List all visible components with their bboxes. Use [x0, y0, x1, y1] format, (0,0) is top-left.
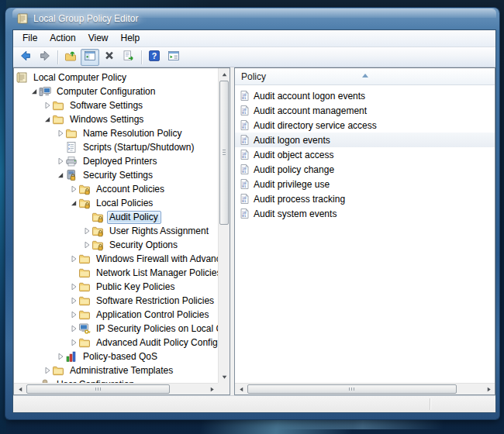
scroll-right-arrow-icon[interactable]	[483, 384, 494, 394]
list-horizontal-scrollbar[interactable]	[235, 383, 495, 394]
export-list-button[interactable]	[119, 49, 138, 66]
scroll-right-arrow-icon[interactable]	[206, 384, 217, 394]
tree-item-label[interactable]: Computer Configuration	[54, 85, 158, 98]
expand-expanded-icon[interactable]	[29, 87, 39, 97]
tree-item[interactable]: Windows Settings	[14, 112, 218, 126]
tree-item[interactable]: Deployed Printers	[14, 154, 218, 168]
back-button[interactable]	[16, 49, 35, 66]
tree-item-label[interactable]: User Rights Assignment	[107, 225, 212, 238]
expand-collapsed-icon[interactable]	[68, 338, 78, 348]
expand-expanded-icon[interactable]	[42, 115, 52, 125]
policy-column-header[interactable]: Policy	[235, 68, 495, 85]
policy-list-item[interactable]: 1001Audit directory service access	[235, 118, 495, 133]
expand-expanded-icon[interactable]	[55, 170, 65, 181]
scrollbar-thumb[interactable]	[26, 384, 170, 394]
policy-list-item[interactable]: 1001Audit privilege use	[235, 177, 495, 191]
scroll-left-arrow-icon[interactable]	[15, 384, 26, 394]
scroll-down-arrow-icon[interactable]	[219, 371, 230, 382]
up-one-level-button[interactable]	[61, 49, 80, 66]
tree-item[interactable]: Policy-based QoS	[14, 350, 218, 363]
tree-item-label[interactable]: Public Key Policies	[94, 281, 178, 294]
policy-list-item[interactable]: 1001Audit system events	[235, 206, 495, 221]
tree-item-label[interactable]: Software Settings	[67, 99, 146, 112]
tree-item[interactable]: Public Key Policies	[14, 280, 218, 294]
policy-list-item[interactable]: 1001Audit policy change	[235, 162, 495, 177]
policy-list-item[interactable]: 1001Audit process tracking	[235, 191, 495, 206]
tree-item[interactable]: Local Policies	[14, 196, 218, 210]
policy-list-item[interactable]: 1001Audit account logon events	[235, 88, 495, 103]
expand-collapsed-icon[interactable]	[68, 184, 78, 195]
expand-expanded-icon[interactable]	[68, 198, 78, 208]
show-hide-action-pane-button[interactable]	[164, 49, 183, 66]
expand-collapsed-icon[interactable]	[68, 296, 78, 306]
expand-collapsed-icon[interactable]	[68, 282, 78, 292]
menu-file[interactable]: File	[16, 31, 43, 46]
tree-item-label[interactable]: IP Security Policies on Local Co	[94, 322, 218, 336]
policy-list-item[interactable]: 1001Audit logon events	[235, 133, 495, 147]
tree-item[interactable]: Advanced Audit Policy Configu	[14, 336, 218, 350]
tree-item[interactable]: Administrative Templates	[14, 363, 218, 377]
folder-lock-icon	[78, 183, 91, 195]
forward-button[interactable]	[36, 49, 54, 66]
expand-collapsed-icon[interactable]	[42, 366, 52, 376]
delete-button[interactable]	[100, 49, 119, 66]
tree-item-label[interactable]: Policy-based QoS	[81, 350, 161, 363]
expand-collapsed-icon[interactable]	[55, 157, 65, 167]
tree-item[interactable]: Windows Firewall with Advance	[14, 252, 218, 266]
policy-list-item[interactable]: 1001Audit account management	[235, 103, 495, 118]
tree-item-label[interactable]: Advanced Audit Policy Configu	[94, 336, 218, 350]
tree-item[interactable]: Local Computer Policy	[14, 71, 218, 84]
tree-item[interactable]: Software Settings	[14, 98, 218, 112]
tree-horizontal-scrollbar[interactable]	[14, 383, 218, 394]
tree-item-label[interactable]: Account Policies	[94, 183, 167, 196]
scroll-left-arrow-icon[interactable]	[236, 384, 247, 394]
tree-item-label[interactable]: Audit Policy	[107, 211, 161, 224]
console-tree-icon	[84, 50, 96, 64]
tree-item-label[interactable]: Security Options	[107, 239, 181, 252]
menu-action[interactable]: Action	[43, 31, 81, 46]
scrollbar-thumb[interactable]	[247, 384, 457, 394]
expand-collapsed-icon[interactable]	[81, 240, 91, 250]
expand-collapsed-icon[interactable]	[68, 310, 78, 320]
tree-item[interactable]: Security Settings	[14, 168, 218, 182]
tree-item[interactable]: User Rights Assignment	[14, 224, 218, 238]
tree-item-label[interactable]: Deployed Printers	[81, 155, 160, 168]
help-button[interactable]: ?	[145, 49, 164, 66]
tree-item[interactable]: Name Resolution Policy	[14, 126, 218, 140]
tree-item[interactable]: Audit Policy	[14, 210, 218, 224]
tree-item[interactable]: Scripts (Startup/Shutdown)	[14, 140, 218, 154]
tree-item-label[interactable]: Scripts (Startup/Shutdown)	[81, 141, 197, 154]
tree-item[interactable]: Computer Configuration	[14, 84, 218, 98]
tree-vertical-scrollbar[interactable]	[218, 68, 230, 383]
show-hide-console-tree-button[interactable]	[81, 49, 99, 66]
tree-item-label[interactable]: Windows Settings	[67, 113, 147, 126]
tree-item-label[interactable]: Local Computer Policy	[31, 71, 129, 84]
expand-collapsed-icon[interactable]	[68, 324, 78, 334]
tree-item-label[interactable]: Windows Firewall with Advance	[94, 253, 218, 266]
tree-item[interactable]: Account Policies	[14, 182, 218, 196]
menu-view[interactable]: View	[82, 31, 115, 46]
menu-help[interactable]: Help	[115, 31, 147, 46]
expand-collapsed-icon[interactable]	[42, 101, 52, 111]
expand-collapsed-icon[interactable]	[55, 352, 65, 362]
tree-item-label[interactable]: Administrative Templates	[67, 364, 176, 377]
tree-item-label[interactable]: Network List Manager Policies	[94, 267, 218, 280]
expand-collapsed-icon[interactable]	[55, 129, 65, 139]
expand-collapsed-icon[interactable]	[81, 226, 91, 236]
tree-item[interactable]: IP Security Policies on Local Co	[14, 322, 218, 336]
tree-item[interactable]: Software Restriction Policies	[14, 294, 218, 308]
tree-item-label[interactable]: Application Control Policies	[94, 308, 212, 322]
expand-collapsed-icon[interactable]	[68, 254, 78, 264]
scroll-up-arrow-icon[interactable]	[219, 69, 230, 80]
tree-item-label[interactable]: Security Settings	[81, 169, 156, 182]
tree-item-label[interactable]: Local Policies	[94, 197, 156, 210]
tree-item-label[interactable]: Software Restriction Policies	[94, 294, 217, 308]
titlebar[interactable]: Local Group Policy Editor	[12, 8, 496, 29]
tree-item[interactable]: User Configuration	[14, 377, 218, 383]
tree-item[interactable]: Application Control Policies	[14, 308, 218, 322]
scrollbar-thumb[interactable]	[219, 81, 229, 225]
tree-item[interactable]: Network List Manager Policies	[14, 266, 218, 280]
tree-item[interactable]: Security Options	[14, 238, 218, 252]
policy-list-item[interactable]: 1001Audit object access	[235, 147, 495, 162]
tree-item-label[interactable]: Name Resolution Policy	[81, 127, 185, 140]
